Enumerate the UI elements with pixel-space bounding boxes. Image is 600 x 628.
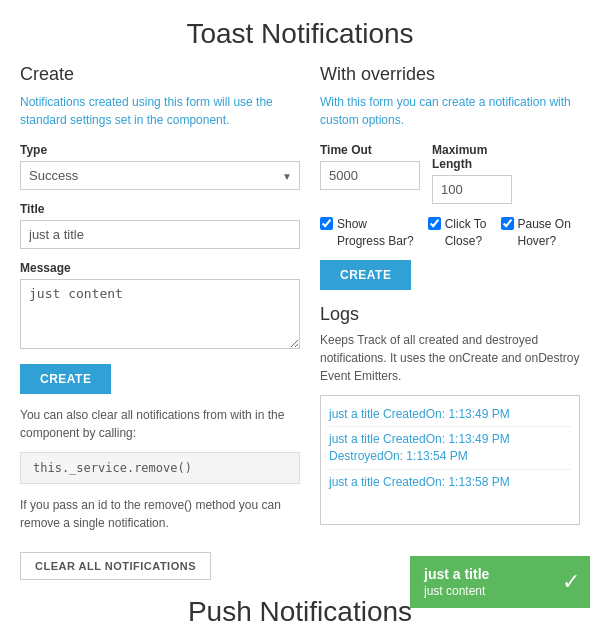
title-input[interactable]: [20, 220, 300, 249]
click-to-close-checkbox[interactable]: [428, 217, 441, 230]
code-block: this._service.remove(): [20, 452, 300, 484]
note2-text: If you pass an id to the remove() method…: [20, 496, 300, 532]
right-panel: With overrides With this form you can cr…: [320, 64, 580, 580]
page-wrapper: Toast Notifications Create Notifications…: [0, 0, 600, 628]
maxlen-input[interactable]: [432, 175, 512, 204]
overrides-heading: With overrides: [320, 64, 580, 85]
maxlen-form-group: Maximum Length: [432, 143, 512, 204]
pause-on-hover-checkbox[interactable]: [501, 217, 514, 230]
logs-section: Logs Keeps Track of all created and dest…: [320, 304, 580, 525]
message-label: Message: [20, 261, 300, 275]
logs-box[interactable]: just a title CreatedOn: 1:13:49 PM just …: [320, 395, 580, 525]
title-form-group: Title: [20, 202, 300, 249]
page-title: Toast Notifications: [0, 0, 600, 64]
log-entry: just a title CreatedOn: 1:13:49 PM Destr…: [329, 427, 571, 470]
create-description: Notifications created using this form wi…: [20, 93, 300, 129]
inline-fields: Time Out Maximum Length: [320, 143, 580, 204]
log-entry: just a title CreatedOn: 1:13:49 PM: [329, 402, 571, 428]
message-form-group: Message just content: [20, 261, 300, 352]
push-notifications-heading: Push Notifications: [0, 580, 600, 628]
title-label: Title: [20, 202, 300, 216]
type-form-group: Type Success Info Warning Error: [20, 143, 300, 190]
show-progress-checkbox[interactable]: [320, 217, 333, 230]
main-content: Create Notifications created using this …: [0, 64, 600, 580]
show-progress-item: Show Progress Bar?: [320, 216, 414, 250]
overrides-description: With this form you can create a notifica…: [320, 93, 580, 129]
create-heading: Create: [20, 64, 300, 85]
click-to-close-label: Click To Close?: [445, 216, 487, 250]
log-entry: just a title CreatedOn: 1:13:58 PM: [329, 470, 571, 495]
logs-heading: Logs: [320, 304, 580, 325]
create-panel: Create Notifications created using this …: [20, 64, 300, 580]
maxlen-label: Maximum Length: [432, 143, 512, 171]
type-select[interactable]: Success Info Warning Error: [20, 161, 300, 190]
timeout-form-group: Time Out: [320, 143, 420, 204]
type-label: Type: [20, 143, 300, 157]
click-to-close-item: Click To Close?: [428, 216, 487, 250]
overrides-form: Time Out Maximum Length Show Progress Ba…: [320, 143, 580, 290]
show-progress-label: Show Progress Bar?: [337, 216, 414, 250]
message-textarea[interactable]: just content: [20, 279, 300, 349]
pause-on-hover-label: Pause On Hover?: [518, 216, 571, 250]
clear-all-button[interactable]: CLEAR ALL NOTIFICATIONS: [20, 552, 211, 580]
overrides-create-button[interactable]: CREATE: [320, 260, 411, 290]
checkboxes-row: Show Progress Bar? Click To Close?: [320, 216, 580, 250]
create-button[interactable]: CREATE: [20, 364, 111, 394]
pause-on-hover-item: Pause On Hover?: [501, 216, 571, 250]
logs-description: Keeps Track of all created and destroyed…: [320, 331, 580, 385]
note1-text: You can also clear all notifications fro…: [20, 406, 300, 442]
type-select-wrapper: Success Info Warning Error: [20, 161, 300, 190]
timeout-label: Time Out: [320, 143, 420, 157]
timeout-input[interactable]: [320, 161, 420, 190]
